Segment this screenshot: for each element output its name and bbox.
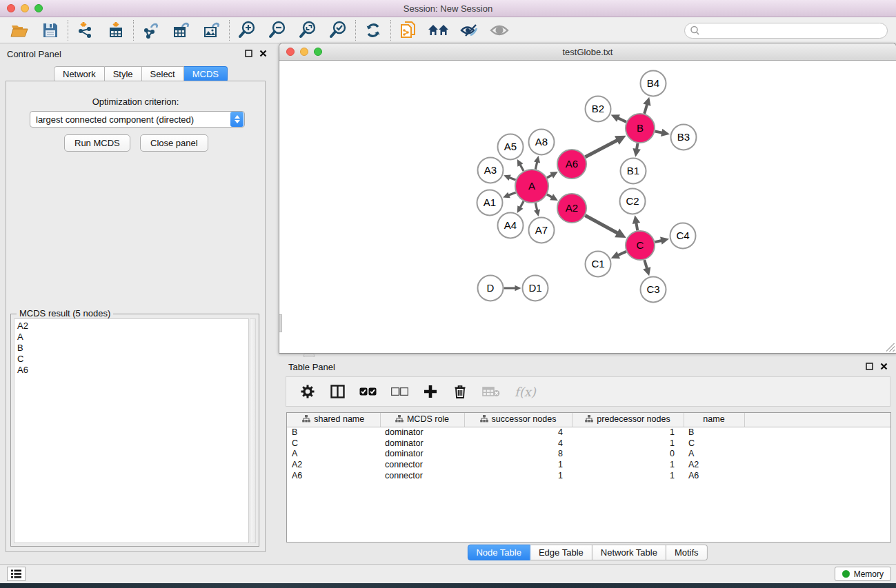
column-header-mcds-role[interactable]: MCDS role xyxy=(380,413,464,427)
toolbar-search[interactable] xyxy=(684,23,888,39)
home-networks-icon[interactable] xyxy=(427,19,450,41)
task-history-button[interactable] xyxy=(7,567,26,581)
mcds-result-item[interactable]: C xyxy=(17,354,248,365)
graph-edge[interactable] xyxy=(618,252,626,255)
delete-table-icon[interactable] xyxy=(482,381,500,402)
graph-edge[interactable] xyxy=(508,192,516,195)
close-panel-icon[interactable] xyxy=(880,363,888,370)
mcds-result-item[interactable]: A2 xyxy=(17,321,248,332)
mcds-result-item[interactable]: A xyxy=(17,332,248,343)
graph-edge[interactable] xyxy=(547,194,552,197)
graph-node-D[interactable]: D xyxy=(478,276,504,301)
tab-motifs[interactable]: Motifs xyxy=(666,545,708,560)
table-row[interactable]: A2connector11A2 xyxy=(287,459,890,470)
mcds-result-item[interactable]: A6 xyxy=(17,365,248,376)
zoom-out-icon[interactable] xyxy=(266,19,289,41)
graph-node-C[interactable]: C xyxy=(626,231,655,260)
graph-node-A2[interactable]: A2 xyxy=(557,194,586,223)
column-header-successor-nodes[interactable]: successor nodes xyxy=(464,413,572,427)
graph-node-D1[interactable]: D1 xyxy=(523,276,548,301)
tab-mcds[interactable]: MCDS xyxy=(184,66,228,82)
graph-node-A5[interactable]: A5 xyxy=(498,134,524,160)
network-canvas[interactable]: B4B2BB3A8A5A6A3B1AC2A1A2A4A7C4CC1C3DD1 xyxy=(279,61,896,353)
graph-node-B1[interactable]: B1 xyxy=(621,159,646,184)
graph-edge[interactable] xyxy=(535,203,537,210)
graph-edge[interactable] xyxy=(585,140,617,157)
search-input[interactable] xyxy=(700,25,887,37)
import-table-icon[interactable] xyxy=(104,19,128,41)
float-panel-icon[interactable] xyxy=(245,50,252,57)
export-network-icon[interactable] xyxy=(139,19,163,41)
graph-edge[interactable] xyxy=(644,104,647,114)
select-all-rows-icon[interactable] xyxy=(359,381,377,402)
tab-edge-table[interactable]: Edge Table xyxy=(530,545,593,560)
tab-select[interactable]: Select xyxy=(142,66,184,82)
graph-edge[interactable] xyxy=(520,165,524,171)
function-builder-icon[interactable]: f(x) xyxy=(515,381,536,402)
export-image-icon[interactable] xyxy=(200,19,223,41)
graph-node-C1[interactable]: C1 xyxy=(586,252,611,277)
graph-edge[interactable] xyxy=(535,161,537,169)
graph-edge[interactable] xyxy=(655,131,663,132)
table-row[interactable]: Adominator80A xyxy=(287,449,890,460)
graph-node-A4[interactable]: A4 xyxy=(498,213,524,239)
graph-node-A[interactable]: A xyxy=(515,170,548,203)
graph-node-B3[interactable]: B3 xyxy=(671,125,697,150)
graph-node-A7[interactable]: A7 xyxy=(529,218,555,243)
save-session-icon[interactable] xyxy=(39,19,62,41)
graph-edge[interactable] xyxy=(509,177,515,180)
graph-edge[interactable] xyxy=(636,223,637,230)
graph-node-A3[interactable]: A3 xyxy=(478,158,504,183)
network-window-titlebar[interactable]: testGlobe.txt xyxy=(279,43,896,61)
mcds-result-item[interactable]: B xyxy=(17,343,248,354)
zoom-selected-icon[interactable] xyxy=(326,19,350,41)
graph-node-B4[interactable]: B4 xyxy=(641,71,666,97)
memory-button[interactable]: Memory xyxy=(835,567,891,581)
column-header-shared-name[interactable]: shared name xyxy=(287,413,380,427)
network-vertical-scroll-nub[interactable] xyxy=(279,314,282,332)
zoom-fit-icon[interactable] xyxy=(296,19,319,41)
tab-network-table[interactable]: Network Table xyxy=(593,545,666,560)
column-header-name[interactable]: name xyxy=(684,413,744,427)
create-column-plus-icon[interactable] xyxy=(423,381,438,402)
mcds-list-scrollbar[interactable] xyxy=(250,318,256,543)
graph-node-A1[interactable]: A1 xyxy=(477,190,503,216)
graph-node-A8[interactable]: A8 xyxy=(529,130,555,155)
table-row[interactable]: A6connector11A6 xyxy=(287,470,890,481)
graph-edge[interactable] xyxy=(637,143,637,150)
close-panel-button[interactable]: Close panel xyxy=(140,134,208,152)
open-file-icon[interactable] xyxy=(8,19,32,41)
graph-node-B2[interactable]: B2 xyxy=(586,97,611,122)
graph-edge[interactable] xyxy=(585,216,617,234)
import-network-icon[interactable] xyxy=(74,19,97,41)
graph-node-A6[interactable]: A6 xyxy=(557,150,586,179)
graph-edge[interactable] xyxy=(644,260,647,269)
graph-edge[interactable] xyxy=(547,175,552,178)
show-graphics-details-icon[interactable] xyxy=(457,19,481,41)
new-network-from-selection-icon[interactable] xyxy=(397,19,420,41)
zoom-in-icon[interactable] xyxy=(235,19,259,41)
table-settings-gear-icon[interactable] xyxy=(300,381,315,402)
table-row[interactable]: Bdominator41B xyxy=(287,427,890,438)
run-mcds-button[interactable]: Run MCDS xyxy=(64,134,130,152)
graph-edge[interactable] xyxy=(655,241,661,242)
deselect-all-rows-icon[interactable] xyxy=(391,381,408,402)
graph-edge[interactable] xyxy=(618,118,626,122)
birds-eye-view-icon[interactable] xyxy=(488,19,511,41)
float-panel-icon[interactable] xyxy=(866,363,873,370)
graph-edge[interactable] xyxy=(520,201,524,207)
criterion-dropdown[interactable]: largest connected component (directed) xyxy=(30,111,245,128)
tab-network[interactable]: Network xyxy=(54,66,105,82)
tab-style[interactable]: Style xyxy=(105,66,142,82)
delete-column-trash-icon[interactable] xyxy=(452,381,468,402)
graph-node-C4[interactable]: C4 xyxy=(670,223,696,249)
graph-node-B[interactable]: B xyxy=(626,114,655,143)
close-panel-icon[interactable] xyxy=(259,50,267,57)
graph-node-C3[interactable]: C3 xyxy=(641,277,666,303)
column-header-predecessor-nodes[interactable]: predecessor nodes xyxy=(572,413,684,427)
show-column-panel-icon[interactable] xyxy=(330,381,345,402)
table-row[interactable]: Cdominator41C xyxy=(287,438,890,449)
refresh-icon[interactable] xyxy=(361,19,385,41)
graph-node-C2[interactable]: C2 xyxy=(620,189,646,214)
export-table-icon[interactable] xyxy=(170,19,193,41)
